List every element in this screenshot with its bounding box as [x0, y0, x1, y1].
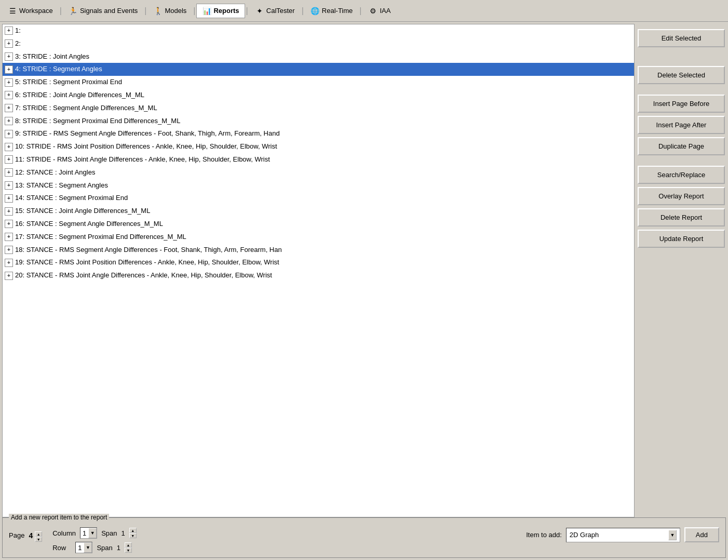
expand-icon-6[interactable]: + [5, 91, 13, 99]
tree-item-20[interactable]: + 20: STANCE - RMS Joint Angle Differenc… [3, 269, 634, 282]
expand-icon-14[interactable]: + [5, 194, 13, 203]
tree-item-3[interactable]: + 3: STRIDE : Joint Angles [3, 50, 634, 63]
duplicate-page-button[interactable]: Duplicate Page [638, 137, 725, 155]
row-dropdown[interactable]: ▼ [84, 542, 92, 553]
column-value: 1 [80, 528, 88, 538]
span-col-value: 1 [122, 529, 125, 537]
page-section: Page 4 ▲ ▼ [9, 527, 42, 542]
insert-page-after-button[interactable]: Insert Page After [638, 116, 725, 134]
workspace-icon: ☰ [8, 6, 17, 16]
divider-3: | [192, 6, 196, 16]
tree-item-10[interactable]: + 10: STRIDE - RMS Joint Position Differ… [3, 140, 634, 153]
divider-1: | [59, 6, 63, 16]
expand-icon-19[interactable]: + [5, 259, 13, 267]
span-row-down[interactable]: ▼ [125, 548, 132, 553]
divider-4: | [245, 6, 249, 16]
content-row: + 1: + 2: + 3: STRIDE : Joint Angles + 4… [0, 22, 728, 517]
item-to-add-section: Item to add: 2D Graph ▼ Add [526, 527, 719, 542]
divider-6: | [358, 6, 362, 16]
signals-icon: 🏃 [69, 6, 78, 16]
page-spinner[interactable]: ▲ ▼ [35, 531, 42, 542]
span-row-spinner[interactable]: ▲ ▼ [125, 542, 132, 553]
row-label: Row [52, 544, 66, 552]
tree-item-1[interactable]: + 1: [3, 24, 634, 37]
expand-icon-18[interactable]: + [5, 246, 13, 254]
expand-icon-16[interactable]: + [5, 220, 13, 228]
expand-icon-12[interactable]: + [5, 168, 13, 177]
expand-icon-2[interactable]: + [5, 39, 13, 48]
item-to-add-label: Item to add: [526, 531, 562, 539]
tree-item-11[interactable]: + 11: STRIDE - RMS Joint Angle Differenc… [3, 153, 634, 166]
span-col-label: Span [101, 529, 117, 537]
main-area: + 1: + 2: + 3: STRIDE : Joint Angles + 4… [0, 22, 728, 560]
span-row-up[interactable]: ▲ [125, 542, 132, 548]
delete-report-button[interactable]: Delete Report [638, 208, 725, 226]
expand-icon-9[interactable]: + [5, 130, 13, 138]
tree-item-5[interactable]: + 5: STRIDE : Segment Proximal End [3, 76, 634, 89]
nav-workspace[interactable]: ☰ Workspace [2, 4, 59, 18]
expand-icon-15[interactable]: + [5, 207, 13, 216]
caltester-icon: ✦ [255, 6, 264, 16]
nav-realtime[interactable]: 🌐 Real-Time [305, 4, 358, 18]
expand-icon-3[interactable]: + [5, 52, 13, 61]
row-value: 1 [76, 543, 84, 553]
realtime-icon: 🌐 [311, 6, 320, 16]
tree-item-7[interactable]: + 7: STRIDE : Segment Angle Differences_… [3, 102, 634, 115]
item-dropdown-arrow[interactable]: ▼ [668, 530, 677, 540]
expand-icon-7[interactable]: + [5, 104, 13, 112]
nav-signals[interactable]: 🏃 Signals and Events [63, 4, 143, 18]
tree-item-19[interactable]: + 19: STANCE - RMS Joint Position Differ… [3, 256, 634, 269]
tree-item-16[interactable]: + 16: STANCE : Segment Angle Differences… [3, 218, 634, 231]
tree-item-9[interactable]: + 9: STRIDE - RMS Segment Angle Differen… [3, 127, 634, 140]
column-dropdown[interactable]: ▼ [88, 528, 97, 538]
expand-icon-5[interactable]: + [5, 78, 13, 87]
tree-item-17[interactable]: + 17: STANCE : Segment Proximal End Diff… [3, 231, 634, 244]
page-up-arrow[interactable]: ▲ [35, 531, 42, 537]
topbar: ☰ Workspace | 🏃 Signals and Events | 🚶 M… [0, 0, 728, 22]
span-col-down[interactable]: ▼ [129, 533, 137, 538]
nav-reports[interactable]: 📊 Reports [196, 4, 245, 18]
edit-selected-button[interactable]: Edit Selected [638, 29, 725, 47]
tree-item-6[interactable]: + 6: STRIDE : Joint Angle Differences_M_… [3, 89, 634, 102]
add-button[interactable]: Add [684, 527, 719, 542]
overlay-report-button[interactable]: Overlay Report [638, 187, 725, 205]
tree-item-15[interactable]: + 15: STANCE : Joint Angle Differences_M… [3, 205, 634, 218]
expand-icon-1[interactable]: + [5, 26, 13, 35]
sidebar-buttons: Edit Selected Delete Selected Insert Pag… [635, 22, 728, 517]
expand-icon-11[interactable]: + [5, 155, 13, 164]
insert-page-before-button[interactable]: Insert Page Before [638, 95, 725, 113]
nav-caltester[interactable]: ✦ CalTester [249, 4, 301, 18]
update-report-button[interactable]: Update Report [638, 230, 725, 248]
iaa-icon: ⚙ [368, 6, 378, 16]
delete-selected-button[interactable]: Delete Selected [638, 66, 725, 84]
expand-icon-13[interactable]: + [5, 181, 13, 190]
col-row-section: Column 1 ▼ Span 1 ▲ ▼ Row 1 [52, 527, 137, 553]
expand-icon-20[interactable]: + [5, 272, 13, 280]
span-col-spinner[interactable]: ▲ ▼ [129, 528, 137, 538]
expand-icon-10[interactable]: + [5, 143, 13, 151]
bottom-panel-title: Add a new report item to the report [9, 514, 109, 521]
models-icon: 🚶 [153, 6, 163, 16]
tree-item-8[interactable]: + 8: STRIDE : Segment Proximal End Diffe… [3, 115, 634, 128]
tree-item-2[interactable]: + 2: [3, 37, 634, 50]
tree-list[interactable]: + 1: + 2: + 3: STRIDE : Joint Angles + 4… [3, 24, 634, 517]
nav-iaa[interactable]: ⚙ IAA [362, 4, 396, 18]
tree-item-4[interactable]: + 4: STRIDE : Segment Angles [3, 63, 634, 76]
tree-item-18[interactable]: + 18: STANCE - RMS Segment Angle Differe… [3, 244, 634, 257]
reports-icon: 📊 [202, 6, 211, 16]
tree-item-13[interactable]: + 13: STANCE : Segment Angles [3, 179, 634, 192]
expand-icon-4[interactable]: + [5, 65, 13, 74]
page-down-arrow[interactable]: ▼ [35, 537, 42, 542]
tree-item-12[interactable]: + 12: STANCE : Joint Angles [3, 166, 634, 179]
divider-2: | [143, 6, 147, 16]
nav-models[interactable]: 🚶 Models [147, 4, 192, 18]
expand-icon-17[interactable]: + [5, 233, 13, 241]
expand-icon-8[interactable]: + [5, 117, 13, 125]
tree-item-14[interactable]: + 14: STANCE : Segment Proximal End [3, 192, 634, 205]
item-select-value: 2D Graph [570, 531, 599, 539]
column-label: Column [52, 529, 76, 537]
item-select[interactable]: 2D Graph ▼ [566, 528, 680, 542]
span-row-label: Span [97, 544, 112, 552]
span-col-up[interactable]: ▲ [129, 528, 137, 533]
search-replace-button[interactable]: Search/Replace [638, 166, 725, 184]
